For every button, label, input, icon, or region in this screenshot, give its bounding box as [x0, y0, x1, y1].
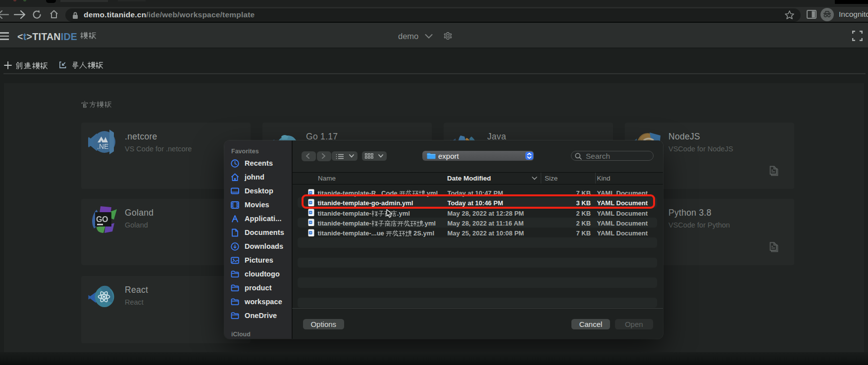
svg-text:.NE: .NE [97, 142, 108, 150]
svg-text:GO: GO [96, 215, 108, 224]
